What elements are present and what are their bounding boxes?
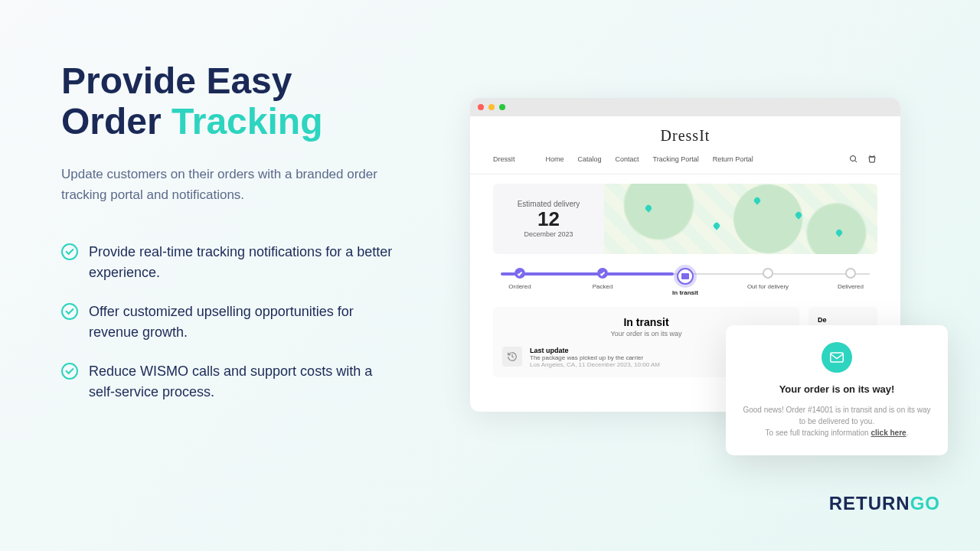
browser-title-bar [470, 98, 900, 116]
step-ordered: Ordered [493, 268, 547, 296]
bullet-item: Reduce WISMO calls and support costs wit… [61, 361, 398, 403]
cart-icon[interactable] [867, 154, 877, 165]
window-close-icon[interactable] [478, 104, 484, 110]
mail-icon [822, 342, 852, 373]
est-day: 12 [537, 208, 560, 230]
step-out-for-delivery: Out for delivery [741, 268, 795, 296]
progress-tracker: Ordered Packed In transit Out for delive… [493, 268, 877, 296]
nav-home[interactable]: Home [546, 155, 564, 163]
popup-title: Your order is on its way! [740, 383, 934, 395]
nav-contact[interactable]: Contact [616, 155, 639, 163]
step-delivered: Delivered [824, 268, 877, 296]
update-meta: Los Angeles, CA, 11 December 2023, 10:00… [530, 361, 660, 368]
bullet-item: Offer customized upselling opportunities… [61, 302, 398, 343]
site-logo[interactable]: DressIt [470, 116, 900, 151]
nav-tracking-portal[interactable]: Tracking Portal [653, 155, 699, 163]
check-icon [61, 243, 78, 260]
truck-icon [681, 273, 689, 279]
window-maximize-icon[interactable] [499, 104, 505, 110]
page-headline: Provide Easy Order Tracking [61, 61, 398, 142]
svg-rect-2 [831, 353, 844, 362]
check-icon [61, 363, 78, 380]
page-subtext: Update customers on their orders with a … [61, 164, 398, 205]
estimated-delivery: Estimated delivery 12 December 2023 [493, 184, 604, 254]
history-icon [502, 347, 522, 367]
svg-point-0 [851, 156, 856, 161]
est-month: December 2023 [524, 230, 573, 238]
step-packed: Packed [576, 268, 629, 296]
check-icon [61, 303, 78, 320]
bullet-item: Provide real-time tracking notifications… [61, 242, 398, 283]
window-minimize-icon[interactable] [488, 104, 495, 110]
nav-return-portal[interactable]: Return Portal [713, 155, 753, 163]
step-in-transit: In transit [658, 268, 712, 296]
update-desc: The package was picked up by the carrier [530, 354, 660, 361]
brand-logo: RETURNGO [829, 493, 940, 514]
notification-popup: Your order is on its way! Good news! Ord… [726, 325, 948, 455]
delivery-map[interactable] [604, 184, 877, 254]
click-here-link[interactable]: click here [871, 429, 906, 437]
nav-brand[interactable]: DressIt [493, 155, 515, 163]
svg-line-1 [855, 161, 858, 163]
search-icon[interactable] [848, 154, 859, 165]
nav-catalog[interactable]: Catalog [578, 155, 602, 163]
tracking-hero: Estimated delivery 12 December 2023 [493, 184, 877, 254]
update-title: Last update [530, 347, 660, 354]
popup-body: Good news! Order #14001 is in transit an… [740, 404, 934, 439]
